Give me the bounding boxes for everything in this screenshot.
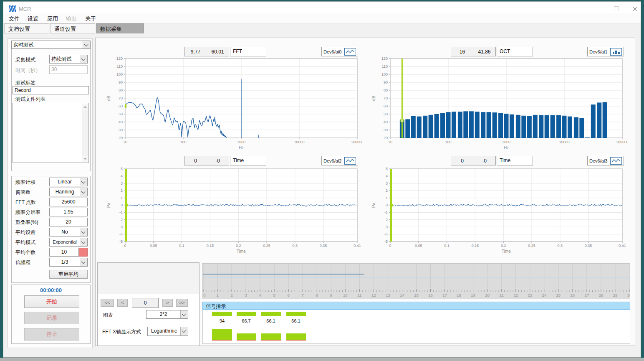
scroll-up-button[interactable] bbox=[82, 104, 88, 110]
octave-band-chart[interactable]: 1201101009080706050403020101001000100001… bbox=[369, 53, 628, 152]
freq-weighting-select[interactable]: Linear bbox=[49, 178, 88, 186]
svg-text:5: 5 bbox=[386, 167, 388, 171]
page-number-field[interactable]: 0 bbox=[132, 298, 159, 308]
signal-value: 66.1 bbox=[266, 318, 275, 323]
svg-text:Time: Time bbox=[502, 249, 511, 254]
svg-text:-4: -4 bbox=[119, 232, 123, 236]
test-file-list[interactable] bbox=[13, 103, 89, 163]
svg-text:70: 70 bbox=[384, 96, 388, 100]
octave-label: 倍频程 bbox=[15, 259, 30, 266]
svg-text:21: 21 bbox=[499, 293, 504, 297]
acq-mode-select[interactable]: 持续测试 bbox=[49, 55, 88, 64]
record-timeline-strip[interactable]: 1234567891011121314151617181920212223242… bbox=[202, 263, 630, 299]
svg-text:-4: -4 bbox=[384, 232, 388, 236]
start-button[interactable]: 开始 bbox=[24, 295, 79, 308]
svg-text:8: 8 bbox=[316, 293, 318, 297]
menu-item-file[interactable]: 文件 bbox=[9, 15, 20, 23]
svg-text:80: 80 bbox=[384, 88, 388, 92]
stop-button: 停止 bbox=[24, 328, 79, 341]
signal-value: 66.1 bbox=[291, 318, 300, 323]
window-bottom-edge bbox=[0, 358, 644, 361]
svg-text:120: 120 bbox=[381, 56, 388, 61]
restart-average-button[interactable]: 重启平均 bbox=[49, 270, 88, 279]
svg-text:0.2: 0.2 bbox=[236, 244, 241, 248]
svg-text:0.3: 0.3 bbox=[293, 244, 298, 248]
menu-item-settings[interactable]: 设置 bbox=[28, 15, 38, 23]
svg-text:9: 9 bbox=[330, 293, 332, 297]
svg-text:5: 5 bbox=[121, 167, 123, 171]
freq-resolution-label: 频率分辨率 bbox=[15, 209, 40, 216]
svg-text:Time: Time bbox=[237, 249, 246, 254]
freq-resolution-field[interactable]: 1.95 bbox=[49, 208, 88, 216]
svg-text:-1: -1 bbox=[384, 210, 388, 214]
svg-text:11: 11 bbox=[357, 293, 361, 297]
minimize-icon bbox=[594, 9, 599, 9]
file-list-scrollbar[interactable] bbox=[82, 104, 88, 162]
svg-text:120: 120 bbox=[116, 56, 123, 61]
tab-data-acquisition[interactable]: 数据采集 bbox=[96, 23, 144, 33]
svg-text:5: 5 bbox=[273, 293, 275, 297]
screen: MCR 文件 设置 应用 输出 关于 文档设置 通道设置 数据采集 实时测试 采… bbox=[0, 0, 644, 361]
overlap-label: 重叠率(%) bbox=[15, 219, 38, 226]
average-count-flag bbox=[79, 248, 88, 257]
svg-text:40: 40 bbox=[384, 120, 388, 124]
signal-level-bar bbox=[286, 312, 306, 316]
svg-text:2: 2 bbox=[121, 188, 123, 193]
svg-text:12: 12 bbox=[371, 293, 376, 297]
svg-text:20: 20 bbox=[485, 293, 490, 297]
next-page-button[interactable]: > bbox=[162, 299, 173, 307]
acq-time-label: 时间（秒） bbox=[15, 67, 40, 74]
svg-text:0: 0 bbox=[124, 244, 126, 248]
divider bbox=[13, 78, 89, 78]
maximize-button[interactable] bbox=[609, 4, 624, 14]
signal-indicator-body: 9466.766.166.1 bbox=[202, 310, 630, 344]
app-logo-icon bbox=[9, 5, 16, 12]
fft-points-field[interactable]: 25600 bbox=[49, 198, 88, 206]
fft-axis-select[interactable]: Logarithmic bbox=[147, 327, 188, 336]
fft-spectrum-chart[interactable]: 1201101009080706050403020101001000100001… bbox=[104, 53, 363, 152]
svg-text:100: 100 bbox=[116, 72, 123, 76]
minimize-button[interactable] bbox=[590, 4, 604, 14]
svg-text:Hz: Hz bbox=[504, 145, 509, 150]
svg-text:0.41: 0.41 bbox=[619, 244, 626, 248]
signal-meter-bar bbox=[212, 329, 232, 341]
svg-text:14: 14 bbox=[400, 293, 404, 297]
average-mode-label: 平均模式 bbox=[15, 239, 35, 246]
window-function-select[interactable]: Hanning bbox=[49, 188, 88, 196]
svg-text:-3: -3 bbox=[384, 225, 388, 229]
svg-text:0: 0 bbox=[389, 244, 391, 248]
menu-item-application[interactable]: 应用 bbox=[47, 15, 58, 23]
chevron-down-icon bbox=[80, 55, 87, 63]
svg-text:100: 100 bbox=[445, 140, 451, 144]
svg-text:110: 110 bbox=[382, 64, 388, 69]
fft-axis-label: FFT X轴显示方式 bbox=[102, 328, 141, 336]
time-waveform-chart-2[interactable]: 543210-1-2-3-4-500.050.10.150.20.250.30.… bbox=[369, 164, 628, 258]
svg-text:30: 30 bbox=[627, 293, 630, 297]
channel-label: Dev6/ai3 bbox=[589, 158, 607, 163]
chart-layout-label: 图表 bbox=[103, 312, 113, 319]
first-page-button[interactable]: << bbox=[101, 299, 114, 307]
close-button[interactable] bbox=[628, 4, 642, 14]
svg-text:60: 60 bbox=[384, 104, 388, 108]
last-page-button[interactable]: >> bbox=[176, 299, 188, 307]
tab-document-settings[interactable]: 文档设置 bbox=[4, 23, 49, 33]
time-waveform-chart-1[interactable]: 543210-1-2-3-4-500.050.10.150.20.250.30.… bbox=[104, 164, 363, 258]
divider bbox=[99, 322, 196, 322]
test-tag-field[interactable]: Record bbox=[13, 86, 89, 94]
average-setting-select[interactable]: No bbox=[49, 228, 88, 236]
chart-layout-select[interactable]: 2*2 bbox=[146, 310, 188, 319]
svg-text:10: 10 bbox=[388, 140, 392, 144]
average-count-field[interactable]: 10 bbox=[49, 248, 79, 257]
signal-level-bar bbox=[237, 312, 256, 316]
prev-page-button[interactable]: < bbox=[117, 299, 128, 307]
scroll-down-button[interactable] bbox=[82, 156, 88, 162]
menu-item-about[interactable]: 关于 bbox=[85, 15, 96, 23]
tab-channel-settings[interactable]: 通道设置 bbox=[50, 23, 95, 33]
chevron-down-icon bbox=[80, 188, 87, 196]
octave-select[interactable]: 1/3 bbox=[49, 258, 88, 267]
measure-mode-select[interactable]: 实时测试 bbox=[11, 41, 91, 49]
svg-text:Hz: Hz bbox=[239, 145, 244, 150]
overlap-field[interactable]: 20 bbox=[49, 218, 88, 226]
average-mode-select[interactable]: Exponential bbox=[49, 238, 88, 247]
svg-text:-5: -5 bbox=[119, 239, 123, 244]
